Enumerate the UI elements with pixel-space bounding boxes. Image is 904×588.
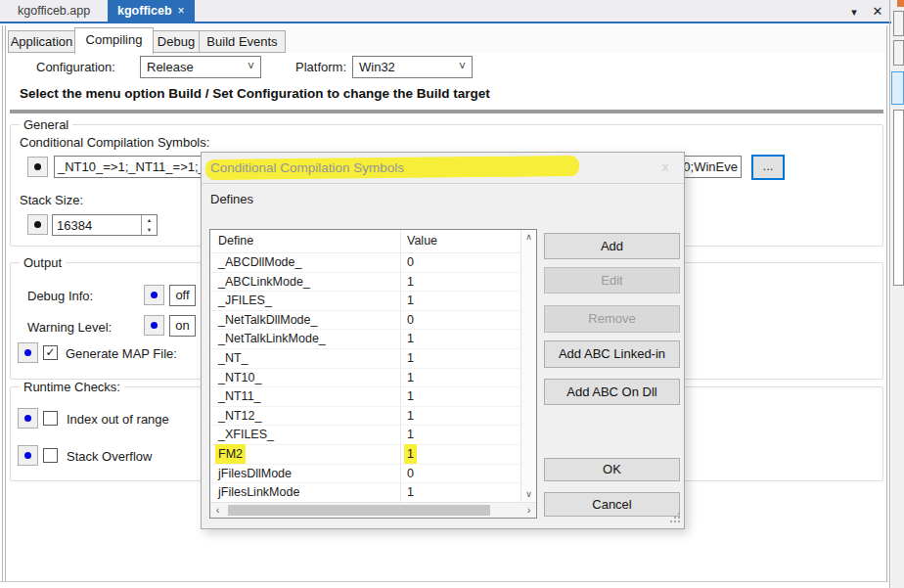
build-target-hint: Select the menu option Build / Set Confi… xyxy=(20,86,490,101)
table-row[interactable]: _NetTalkDllMode_0 xyxy=(210,311,520,331)
scroll-up-icon[interactable]: ∧ xyxy=(521,230,536,245)
index-range-checkbox[interactable] xyxy=(43,411,58,426)
define-cell: FM2 xyxy=(218,447,243,461)
value-cell: 1 xyxy=(407,371,414,384)
configuration-label: Configuration: xyxy=(36,60,115,74)
conditional-symbols-dialog: Conditional Compilation Symbols x Define… xyxy=(201,152,685,529)
table-row[interactable]: _NT11_1 xyxy=(210,387,520,407)
table-row[interactable]: _NetTalkLinkMode_1 xyxy=(210,330,520,349)
platform-select[interactable]: Win32˅ xyxy=(352,56,473,78)
column-define[interactable]: Define xyxy=(218,234,253,248)
value-cell: 1 xyxy=(407,409,414,423)
bottom-border-line xyxy=(0,581,888,582)
index-range-embed-button[interactable] xyxy=(18,408,38,429)
tab-debug[interactable]: Debug xyxy=(153,30,200,53)
define-cell: _NetTalkDllMode_ xyxy=(218,313,317,327)
map-file-embed-button[interactable] xyxy=(18,342,38,363)
defines-table-body: _ABCDllMode_0_ABCLinkMode_1_JFILES_1_Net… xyxy=(210,253,520,502)
table-row[interactable]: _JFILES_1 xyxy=(210,292,520,311)
right-border-line xyxy=(886,25,887,582)
table-row[interactable]: _NT10_1 xyxy=(210,369,520,388)
define-cell: _NT11_ xyxy=(218,389,261,403)
table-row[interactable]: jFilesDllMode0 xyxy=(210,465,520,484)
value-cell: 0 xyxy=(407,255,414,269)
tab-menu-icon[interactable]: ▾ xyxy=(843,2,865,22)
value-cell: 0 xyxy=(407,313,414,327)
debug-info-value[interactable]: off xyxy=(169,285,196,306)
cancel-button[interactable]: Cancel xyxy=(544,492,680,517)
define-cell: _NT10_ xyxy=(218,371,261,384)
debug-info-label: Debug Info: xyxy=(27,289,93,303)
define-cell: _XFILES_ xyxy=(218,428,274,441)
table-row[interactable]: jFilesLinkMode1 xyxy=(210,483,520,502)
separator xyxy=(10,110,883,113)
value-cell: 1 xyxy=(407,447,414,461)
tab-close-icon[interactable]: × xyxy=(178,4,185,18)
column-value[interactable]: Value xyxy=(407,234,437,248)
stack-size-stepper[interactable]: 16384 ▲▼ xyxy=(52,214,158,236)
side-panel-button-active[interactable] xyxy=(891,71,904,105)
left-border-line xyxy=(5,25,6,582)
table-row[interactable]: _XFILES_1 xyxy=(210,426,520,445)
warning-level-embed-button[interactable] xyxy=(144,315,164,336)
scroll-right-icon[interactable]: › xyxy=(521,503,536,518)
vertical-scrollbar[interactable]: ∧ ∨ xyxy=(520,230,536,502)
horizontal-scrollbar[interactable]: ‹ › xyxy=(210,502,536,518)
map-file-label: Generate MAP File: xyxy=(66,346,177,361)
side-panel-button[interactable] xyxy=(893,11,904,36)
warning-level-value[interactable]: on xyxy=(169,315,196,337)
remove-button[interactable]: Remove xyxy=(544,305,680,333)
ok-button[interactable]: OK xyxy=(544,458,680,481)
value-cell: 1 xyxy=(407,351,414,365)
tab-application[interactable]: Application xyxy=(8,30,75,53)
runtime-checks-group-title: Runtime Checks: xyxy=(20,380,124,394)
table-row[interactable]: _NT_1 xyxy=(210,349,520,369)
spinner-arrows[interactable]: ▲▼ xyxy=(141,215,157,235)
dialog-titlebar[interactable]: Conditional Compilation Symbols x xyxy=(202,153,684,184)
scroll-left-icon[interactable]: ‹ xyxy=(210,503,225,518)
symbols-label: Conditional Compilation Symbols: xyxy=(20,135,209,150)
define-cell: _ABCDllMode_ xyxy=(218,255,301,269)
corner-accent xyxy=(897,0,904,7)
value-cell: 1 xyxy=(407,485,414,499)
scrollbar-thumb[interactable] xyxy=(228,505,490,516)
configuration-value: Release xyxy=(147,60,194,74)
spin-down-icon[interactable]: ▼ xyxy=(142,225,157,235)
defines-table-header[interactable]: Define Value xyxy=(210,230,520,253)
resize-grip[interactable] xyxy=(678,520,680,522)
table-row[interactable]: _NT12_1 xyxy=(210,407,520,427)
add-abc-on-dll-button[interactable]: Add ABC On Dll xyxy=(544,379,680,405)
add-abc-linked-in-button[interactable]: Add ABC Linked-in xyxy=(544,340,680,368)
side-panel-button[interactable] xyxy=(893,40,904,66)
stack-embed-button[interactable] xyxy=(27,214,48,235)
tab-compiling[interactable]: Compiling xyxy=(74,27,154,54)
define-cell: _NetTalkLinkMode_ xyxy=(218,332,326,345)
document-tabstrip: kgofficeb.app kgofficeb× ▾ ✕ xyxy=(0,0,904,23)
right-border-line xyxy=(889,0,890,588)
add-button[interactable]: Add xyxy=(544,233,680,259)
spin-up-icon[interactable]: ▲ xyxy=(142,215,157,225)
defines-label: Defines xyxy=(210,192,253,206)
symbols-browse-button[interactable]: ... xyxy=(751,155,785,180)
debug-info-embed-button[interactable] xyxy=(144,285,164,305)
edit-button[interactable]: Edit xyxy=(544,267,680,294)
left-border-line xyxy=(2,25,3,582)
doc-tab-kgofficeb[interactable]: kgofficeb× xyxy=(108,0,195,22)
dialog-close-icon[interactable]: x xyxy=(653,158,678,178)
table-row[interactable]: FM21 xyxy=(210,445,520,465)
tab-build-events[interactable]: Build Events xyxy=(199,30,286,53)
define-cell: _ABCLinkMode_ xyxy=(218,275,310,289)
symbols-embed-button[interactable] xyxy=(27,157,48,177)
doc-tab-kgofficeb-app[interactable]: kgofficeb.app xyxy=(8,0,100,22)
configuration-select[interactable]: Release˅ xyxy=(140,56,261,78)
stack-overflow-checkbox[interactable] xyxy=(43,448,58,463)
value-cell: 1 xyxy=(407,294,414,307)
map-file-checkbox[interactable]: ✓ xyxy=(43,345,58,360)
table-row[interactable]: _ABCLinkMode_1 xyxy=(210,273,520,293)
index-range-label: Index out of range xyxy=(67,412,169,427)
table-row[interactable]: _ABCDllMode_0 xyxy=(210,253,520,273)
scroll-down-icon[interactable]: ∨ xyxy=(521,487,536,502)
stack-overflow-embed-button[interactable] xyxy=(18,445,38,466)
define-cell: jFilesDllMode xyxy=(218,467,292,480)
close-icon[interactable]: ✕ xyxy=(867,2,888,22)
